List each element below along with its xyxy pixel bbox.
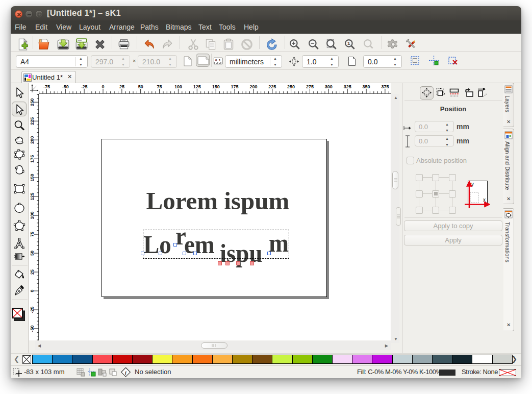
svg-text:50: 50 (30, 251, 35, 256)
svg-text:75: 75 (30, 232, 35, 237)
svg-text:-25: -25 (30, 306, 35, 313)
svg-text:-50: -50 (30, 325, 35, 332)
svg-text:-75: -75 (43, 84, 50, 89)
svg-text:200: 200 (249, 84, 257, 89)
svg-text:100: 100 (30, 212, 35, 219)
svg-text:-25: -25 (81, 84, 88, 89)
svg-text:300: 300 (325, 84, 333, 89)
svg-text:125: 125 (30, 193, 35, 201)
svg-text:325: 325 (344, 84, 351, 89)
svg-text:i: i (125, 370, 126, 376)
svg-text:100: 100 (174, 84, 182, 89)
svg-text:50: 50 (138, 84, 143, 89)
svg-text:275: 275 (306, 84, 314, 89)
svg-text:225: 225 (30, 117, 35, 125)
svg-text:350: 350 (363, 84, 370, 89)
svg-text:200: 200 (30, 136, 35, 144)
svg-text:150: 150 (30, 174, 35, 182)
svg-text:1: 1 (347, 40, 350, 46)
svg-text:75: 75 (157, 84, 162, 89)
svg-text:225: 225 (268, 84, 276, 89)
svg-text:250: 250 (30, 98, 35, 106)
svg-text:25: 25 (119, 84, 124, 89)
svg-text:175: 175 (231, 84, 238, 89)
svg-text:250: 250 (287, 84, 295, 89)
svg-text:25: 25 (30, 269, 35, 275)
svg-text:0: 0 (102, 84, 104, 89)
svg-text:375: 375 (381, 84, 389, 89)
svg-text:150: 150 (212, 84, 220, 89)
svg-text:175: 175 (30, 155, 35, 163)
svg-text:-50: -50 (62, 84, 69, 89)
svg-text:125: 125 (193, 84, 201, 89)
svg-text:0: 0 (30, 289, 35, 292)
